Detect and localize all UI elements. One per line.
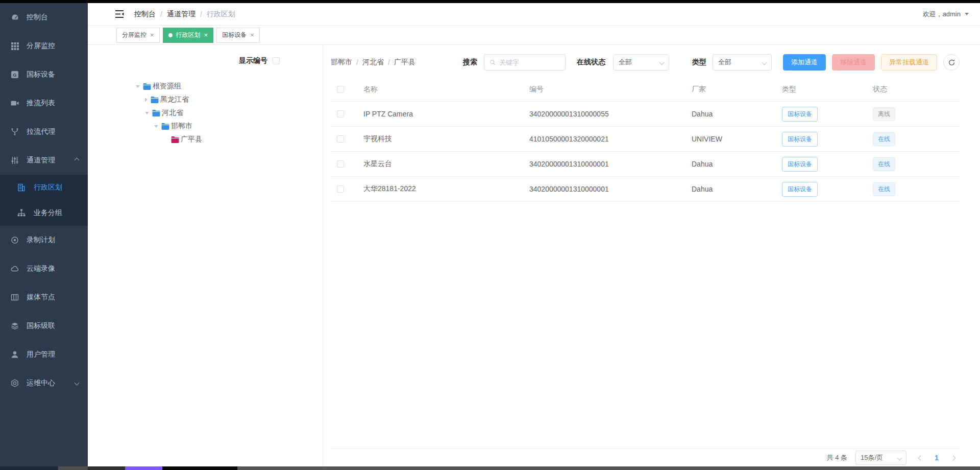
type-value: 全部	[718, 58, 731, 67]
sidebar-item-label: 国标级联	[27, 321, 55, 331]
tab-label: 行政区划	[176, 31, 201, 39]
channel-sliders-icon	[10, 156, 19, 165]
sidebar-item-pull-proxy[interactable]: 拉流代理	[0, 118, 88, 146]
next-page-button[interactable]	[946, 451, 960, 464]
region-crumb[interactable]: 邯郸市	[331, 58, 352, 67]
sidebar-item-label: 分屏监控	[27, 41, 55, 51]
type-tag-button[interactable]: 国标设备	[782, 107, 818, 122]
sidebar-item-user-mgmt[interactable]: 用户管理	[0, 340, 88, 369]
row-checkbox[interactable]	[337, 110, 344, 118]
caret-down-icon[interactable]	[145, 112, 149, 114]
user-menu[interactable]: 欢迎，admin	[923, 10, 969, 19]
type-select[interactable]: 全部	[713, 54, 772, 70]
folder-icon-selected	[171, 136, 179, 143]
abnormal-mount-button[interactable]: 异常挂载通道	[881, 54, 937, 70]
current-page[interactable]: 1	[930, 454, 943, 462]
type-tag-button[interactable]: 国标设备	[782, 132, 818, 147]
search-label: 搜索	[463, 54, 477, 70]
sidebar-item-push-stream[interactable]: 推流列表	[0, 89, 88, 118]
breadcrumb-separator: /	[200, 10, 202, 18]
refresh-icon	[948, 59, 955, 66]
row-checkbox[interactable]	[337, 160, 344, 168]
add-channel-button[interactable]: 添加通道	[783, 54, 826, 70]
cell-vendor: Dahua	[692, 110, 782, 118]
sidebar-item-admin-division[interactable]: 行政区划	[0, 175, 88, 200]
cell-code: 34020000001310000055	[529, 110, 692, 118]
sidebar-item-gb-cascade[interactable]: 国标级联	[0, 312, 88, 340]
top-header: 控制台 / 通道管理 / 行政区划 欢迎，admin	[88, 3, 980, 26]
breadcrumb-item-console[interactable]: 控制台	[134, 10, 156, 19]
media-node-icon	[10, 293, 19, 302]
cell-name: 大华28181-2022	[363, 184, 529, 194]
search-input[interactable]	[499, 59, 560, 66]
sidebar-item-record-plan[interactable]: 录制计划	[0, 226, 88, 254]
table-footer: 共 4 条 15条/页 1	[331, 449, 960, 466]
type-tag-button[interactable]: 国标设备	[782, 157, 818, 172]
welcome-text: 欢迎，admin	[923, 10, 961, 19]
caret-right-icon[interactable]	[145, 98, 148, 102]
tab-label: 分屏监控	[122, 31, 146, 39]
tree-node-heilongjiang[interactable]: 黑龙江省	[136, 93, 323, 106]
select-all-checkbox[interactable]	[337, 86, 344, 93]
tree-node-hebei[interactable]: 河北省	[136, 106, 323, 120]
tab-gb-device[interactable]: 国标设备 ×	[216, 28, 260, 43]
svg-text:G: G	[13, 72, 16, 78]
dashboard-icon	[10, 13, 19, 22]
sidebar-toggle-hamburger-icon[interactable]	[115, 10, 124, 18]
region-crumb[interactable]: 河北省	[362, 58, 384, 67]
online-status-value: 全部	[619, 58, 632, 67]
tab-close-icon[interactable]: ×	[150, 32, 154, 38]
sidebar-item-split-screen[interactable]: 分屏监控	[0, 32, 88, 60]
sidebar-item-biz-group[interactable]: 业务分组	[0, 200, 88, 226]
row-checkbox[interactable]	[337, 135, 344, 143]
refresh-button[interactable]	[943, 54, 960, 70]
cell-code: 41010500001320000021	[529, 135, 692, 143]
show-number-checkbox[interactable]	[273, 57, 280, 64]
sidebar-item-media-node[interactable]: 媒体节点	[0, 283, 88, 312]
row-checkbox[interactable]	[337, 185, 344, 193]
folder-icon	[143, 83, 151, 90]
tree-node-handan[interactable]: 邯郸市	[136, 120, 323, 133]
sitemap-icon	[17, 209, 26, 217]
sidebar-item-gb-device[interactable]: G 国标设备	[0, 60, 88, 89]
tags-view-bar: 分屏监控 × 行政区划 × 国标设备 ×	[88, 26, 980, 45]
sidebar-item-cloud-record[interactable]: 云端录像	[0, 254, 88, 283]
sidebar-item-console[interactable]: 控制台	[0, 3, 88, 32]
region-breadcrumb: 邯郸市 / 河北省 / 广平县	[331, 54, 415, 70]
chevron-down-icon	[659, 60, 665, 65]
caret-down-icon[interactable]	[154, 125, 158, 128]
sidebar-item-label: 用户管理	[27, 350, 55, 359]
sidebar-item-channel-mgmt[interactable]: 通道管理	[0, 146, 88, 175]
page-size-select[interactable]: 15条/页	[855, 451, 906, 465]
online-status-select[interactable]: 全部	[613, 54, 669, 70]
chevron-left-icon	[918, 455, 923, 460]
page-size-value: 15条/页	[861, 453, 883, 462]
chevron-right-icon	[950, 455, 955, 460]
caret-down-icon[interactable]	[136, 85, 140, 88]
tab-close-icon[interactable]: ×	[204, 32, 208, 38]
remove-channel-button[interactable]: 移除通道	[832, 54, 875, 70]
region-crumb[interactable]: 广平县	[394, 58, 415, 67]
table-row: 水星云台 34020000001310000001 Dahua 国标设备 在线	[331, 152, 960, 177]
tab-split-screen[interactable]: 分屏监控 ×	[116, 28, 160, 43]
tree-node-guangping-selected[interactable]: 广平县	[136, 133, 323, 146]
chevron-up-icon	[75, 158, 80, 163]
type-tag-button[interactable]: 国标设备	[782, 182, 818, 197]
tab-close-icon[interactable]: ×	[250, 32, 254, 38]
table-row: 大华28181-2022 34020000001310000001 Dahua …	[331, 177, 960, 202]
chevron-down-icon	[762, 60, 767, 65]
prev-page-button[interactable]	[914, 451, 927, 464]
action-buttons: 添加通道 移除通道 异常挂载通道	[783, 54, 960, 70]
cell-code: 34020000001310000001	[529, 185, 692, 193]
breadcrumb: 控制台 / 通道管理 / 行政区划	[134, 10, 235, 19]
tree-node-root[interactable]: 根资源组	[136, 80, 323, 93]
active-dot-icon	[168, 33, 173, 37]
cell-vendor: Dahua	[692, 160, 782, 168]
user-icon	[10, 350, 19, 359]
tab-admin-division-active[interactable]: 行政区划 ×	[163, 28, 214, 43]
show-number-label: 显示编号	[239, 56, 267, 65]
type-label: 类型	[692, 54, 706, 70]
sidebar-item-ops-center[interactable]: 运维中心	[0, 369, 88, 397]
tab-label: 国标设备	[222, 31, 247, 39]
breadcrumb-item-channel-mgmt[interactable]: 通道管理	[167, 10, 195, 19]
